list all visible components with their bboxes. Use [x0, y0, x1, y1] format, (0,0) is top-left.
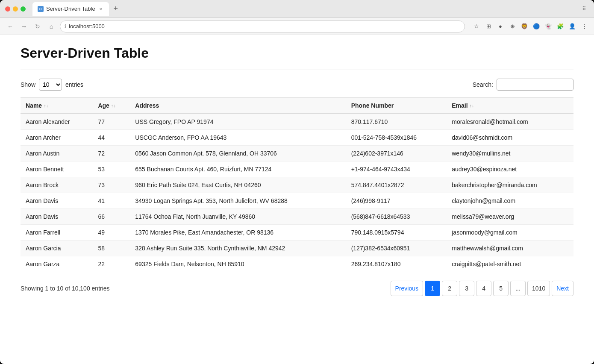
cell-phone: 870.117.6710 — [346, 114, 447, 130]
cell-email: wendy30@mullins.net — [447, 146, 573, 161]
cell-email: audrey30@espinoza.net — [447, 161, 573, 177]
profile-icon[interactable]: ● — [496, 22, 505, 31]
age-sort-icon: ↑↓ — [111, 103, 116, 108]
data-table: Name ↑↓ Age ↑↓ Address — [21, 97, 573, 272]
ghost-icon[interactable]: 👻 — [544, 22, 553, 31]
browser-window: ⊙ Server-Driven Table × + ⠿ ← → ↻ ⌂ ℹ lo… — [0, 0, 594, 364]
extensions-icon[interactable]: ⊞ — [484, 22, 493, 31]
cell-address: 69325 Fields Dam, Nelsonton, NH 85910 — [130, 256, 346, 272]
cell-phone: 790.148.0915x5794 — [346, 225, 447, 241]
url-display: localhost:5000 — [69, 23, 105, 29]
previous-button[interactable]: Previous — [391, 281, 423, 296]
addon-icon[interactable]: 🔵 — [532, 22, 541, 31]
table-row: Aaron Austin720560 Jason Common Apt. 578… — [21, 146, 573, 161]
cell-email: bakerchristopher@miranda.com — [447, 177, 573, 193]
entries-label: entries — [65, 81, 83, 88]
col-header-phone: Phone Number — [346, 98, 447, 114]
cell-name: Aaron Garza — [21, 256, 93, 272]
cell-address: 34930 Logan Springs Apt. 353, North Juli… — [130, 193, 346, 209]
tab-bar: ⊙ Server-Driven Table × + — [32, 2, 576, 16]
cell-email: moralesronald@hotmail.com — [447, 114, 573, 130]
cell-name: Aaron Austin — [21, 146, 93, 161]
maximize-window-button[interactable] — [21, 6, 26, 12]
header-row: Name ↑↓ Age ↑↓ Address — [21, 98, 573, 114]
traffic-lights — [5, 6, 26, 12]
cell-address: USS Gregory, FPO AP 91974 — [130, 114, 346, 130]
page-2-button[interactable]: 2 — [442, 281, 457, 296]
cell-name: Aaron Alexander — [21, 114, 93, 130]
puzzle-icon[interactable]: 🧩 — [556, 22, 565, 31]
cell-phone: (127)382-6534x60951 — [346, 241, 447, 256]
cell-email: jasonmoody@gmail.com — [447, 225, 573, 241]
tab-close-button[interactable]: × — [98, 6, 104, 12]
pagination-buttons: Previous 1 2 3 4 5 ... 1010 Next — [391, 281, 573, 296]
page-5-button[interactable]: 5 — [493, 281, 509, 296]
lock-icon: ℹ — [65, 23, 66, 29]
cell-phone: 269.234.8107x180 — [346, 256, 447, 272]
shield-icon[interactable]: ⊕ — [508, 22, 517, 31]
tab-title: Server-Driven Table — [46, 6, 95, 12]
bookmark-icon[interactable]: ☆ — [472, 22, 481, 31]
cell-name: Aaron Archer — [21, 130, 93, 146]
col-header-email[interactable]: Email ↑↓ — [447, 98, 573, 114]
forward-button[interactable]: → — [19, 21, 29, 32]
col-header-name[interactable]: Name ↑↓ — [21, 98, 93, 114]
cell-address: 655 Buchanan Courts Apt. 460, Ruizfurt, … — [130, 161, 346, 177]
cell-name: Aaron Davis — [21, 193, 93, 209]
pagination-row: Showing 1 to 10 of 10,100 entries Previo… — [21, 281, 573, 296]
page-1010-button[interactable]: 1010 — [527, 281, 550, 296]
cell-name: Aaron Farrell — [21, 225, 93, 241]
active-tab[interactable]: ⊙ Server-Driven Table × — [32, 2, 109, 16]
cell-age: 22 — [93, 256, 130, 272]
entries-per-page-select[interactable]: 10 25 50 100 — [39, 79, 62, 91]
browser-toolbar: ← → ↻ ⌂ ℹ localhost:5000 ☆ ⊞ ● ⊕ 🦁 🔵 👻 🧩… — [0, 18, 594, 35]
cell-age: 49 — [93, 225, 130, 241]
title-divider — [21, 70, 573, 70]
brave-icon[interactable]: 🦁 — [520, 22, 529, 31]
cell-name: Aaron Bennett — [21, 161, 93, 177]
cell-address: 1370 Morales Pike, East Amandachester, O… — [130, 225, 346, 241]
minimize-window-button[interactable] — [13, 6, 18, 12]
page-content: Server-Driven Table Show 10 25 50 100 en… — [0, 35, 594, 364]
cell-age: 41 — [93, 193, 130, 209]
cell-phone: (568)847-6618x64533 — [346, 209, 447, 225]
browser-titlebar: ⊙ Server-Driven Table × + ⠿ — [0, 0, 594, 18]
next-button[interactable]: Next — [552, 281, 573, 296]
table-row: Aaron Bennett53655 Buchanan Courts Apt. … — [21, 161, 573, 177]
cell-age: 58 — [93, 241, 130, 256]
cell-address: 328 Ashley Run Suite 335, North Cynthiav… — [130, 241, 346, 256]
table-row: Aaron Brock73960 Eric Path Suite 024, Ea… — [21, 177, 573, 193]
cell-age: 66 — [93, 209, 130, 225]
col-header-age[interactable]: Age ↑↓ — [93, 98, 130, 114]
email-sort-icon: ↑↓ — [470, 103, 474, 108]
back-button[interactable]: ← — [5, 21, 15, 32]
user-avatar[interactable]: 👤 — [568, 22, 577, 31]
search-input[interactable] — [497, 79, 573, 91]
close-window-button[interactable] — [5, 6, 10, 12]
new-tab-button[interactable]: + — [111, 4, 121, 14]
more-menu-icon[interactable]: ⋮ — [579, 22, 589, 31]
page-4-button[interactable]: 4 — [476, 281, 491, 296]
cell-phone: (224)602-3971x146 — [346, 146, 447, 161]
cell-phone: 001-524-758-4539x1846 — [346, 130, 447, 146]
page-1-button[interactable]: 1 — [425, 281, 440, 296]
cell-email: david06@schmidt.com — [447, 130, 573, 146]
tab-favicon-icon: ⊙ — [38, 6, 44, 12]
cell-address: USCGC Anderson, FPO AA 19643 — [130, 130, 346, 146]
browser-menu-icon[interactable]: ⠿ — [579, 4, 589, 14]
table-body: Aaron Alexander77USS Gregory, FPO AP 919… — [21, 114, 573, 272]
page-3-button[interactable]: 3 — [459, 281, 474, 296]
name-sort-icon: ↑↓ — [44, 103, 48, 108]
cell-email: melissa79@weaver.org — [447, 209, 573, 225]
cell-name: Aaron Brock — [21, 177, 93, 193]
search-label: Search: — [473, 81, 493, 88]
cell-age: 72 — [93, 146, 130, 161]
cell-age: 53 — [93, 161, 130, 177]
reload-button[interactable]: ↻ — [32, 21, 43, 32]
address-bar[interactable]: ℹ localhost:5000 — [60, 21, 465, 32]
home-button[interactable]: ⌂ — [46, 21, 56, 32]
page-title: Server-Driven Table — [21, 45, 573, 61]
table-header: Name ↑↓ Age ↑↓ Address — [21, 98, 573, 114]
table-row: Aaron Farrell491370 Morales Pike, East A… — [21, 225, 573, 241]
table-row: Aaron Garza2269325 Fields Dam, Nelsonton… — [21, 256, 573, 272]
